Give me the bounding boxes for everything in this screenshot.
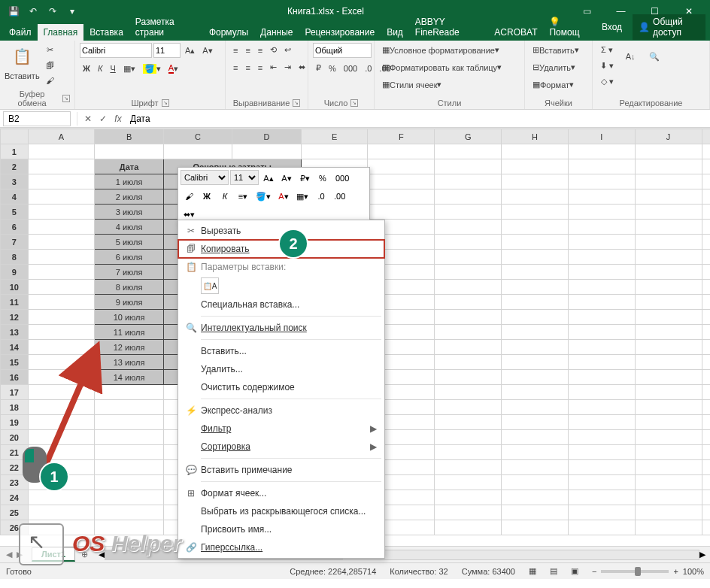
- fill-color-button[interactable]: 🪣▾: [140, 62, 164, 76]
- cell[interactable]: [368, 144, 435, 159]
- cell[interactable]: [502, 400, 569, 415]
- col-header[interactable]: C: [163, 129, 232, 144]
- cell[interactable]: [502, 220, 569, 235]
- ctx-format-cells[interactable]: ⊞Формат ячеек...: [178, 484, 384, 502]
- mini-size-combo[interactable]: 11: [230, 170, 259, 185]
- underline-button[interactable]: Ч: [107, 62, 118, 75]
- mini-format-painter-icon[interactable]: 🖌: [181, 188, 197, 205]
- row-header[interactable]: 17: [1, 385, 29, 400]
- col-header[interactable]: K: [702, 129, 710, 144]
- cell[interactable]: [702, 475, 710, 490]
- cell[interactable]: [502, 310, 569, 325]
- cell[interactable]: [95, 385, 163, 400]
- cell[interactable]: [635, 325, 702, 340]
- ctx-smart-lookup[interactable]: 🔍Интеллектуальный поиск: [178, 319, 384, 337]
- cell[interactable]: [568, 205, 635, 220]
- cell[interactable]: [95, 460, 163, 475]
- cell[interactable]: [28, 220, 95, 235]
- row-header[interactable]: 3: [1, 174, 29, 189]
- row-header[interactable]: 15: [1, 355, 29, 370]
- cell[interactable]: [702, 460, 710, 475]
- col-header[interactable]: I: [568, 129, 635, 144]
- cell[interactable]: [435, 415, 502, 430]
- cell[interactable]: [28, 159, 95, 174]
- cell[interactable]: [635, 295, 702, 310]
- cell[interactable]: [502, 430, 569, 445]
- cell[interactable]: [702, 144, 710, 159]
- cell[interactable]: [635, 460, 702, 475]
- cell[interactable]: [502, 250, 569, 265]
- tab-file[interactable]: Файл: [3, 24, 38, 41]
- cell[interactable]: [435, 445, 502, 460]
- cell[interactable]: [568, 220, 635, 235]
- cell[interactable]: [502, 235, 569, 250]
- mini-font-color-icon[interactable]: A▾: [275, 188, 292, 205]
- row-header[interactable]: 2: [1, 159, 29, 174]
- cell[interactable]: [702, 355, 710, 370]
- conditional-formatting-button[interactable]: ▦ Условное форматирование ▾: [379, 43, 502, 57]
- cell[interactable]: [502, 385, 569, 400]
- fx-icon[interactable]: fx: [111, 114, 126, 124]
- cell[interactable]: [28, 310, 95, 325]
- cell[interactable]: [435, 250, 502, 265]
- align-middle-icon[interactable]: ≡: [242, 44, 253, 57]
- row-header[interactable]: 7: [1, 235, 29, 250]
- cell[interactable]: [635, 205, 702, 220]
- cell[interactable]: [568, 159, 635, 174]
- cell[interactable]: [435, 310, 502, 325]
- cell[interactable]: [635, 220, 702, 235]
- cell[interactable]: [568, 415, 635, 430]
- cell[interactable]: [435, 505, 502, 520]
- cell[interactable]: [568, 460, 635, 475]
- cell[interactable]: [568, 189, 635, 205]
- col-header[interactable]: E: [301, 129, 368, 144]
- cell[interactable]: [502, 505, 569, 520]
- cell[interactable]: 8 июля: [95, 280, 163, 295]
- zoom-out-icon[interactable]: −: [592, 567, 596, 576]
- cell[interactable]: [635, 280, 702, 295]
- cell[interactable]: [301, 144, 368, 159]
- align-right-icon[interactable]: ≡: [255, 61, 265, 74]
- ctx-delete[interactable]: Удалить...: [178, 360, 384, 378]
- mini-grow-font-icon[interactable]: A▴: [260, 170, 277, 186]
- cell[interactable]: 9 июля: [95, 295, 163, 310]
- cell[interactable]: [435, 460, 502, 475]
- row-header[interactable]: 9: [1, 265, 29, 280]
- cell[interactable]: [28, 325, 95, 340]
- cell[interactable]: [435, 280, 502, 295]
- find-select-icon[interactable]: 🔍: [644, 43, 665, 70]
- align-bottom-icon[interactable]: ≡: [255, 44, 265, 57]
- ctx-hyperlink[interactable]: 🔗Гиперссылка...: [178, 538, 384, 556]
- cell[interactable]: [702, 415, 710, 430]
- name-box[interactable]: [3, 111, 71, 126]
- cell[interactable]: [28, 400, 95, 415]
- cell[interactable]: [702, 189, 710, 205]
- clear-icon[interactable]: ◇ ▾: [597, 74, 617, 89]
- cell[interactable]: [502, 189, 569, 205]
- cell[interactable]: [435, 325, 502, 340]
- cell[interactable]: [568, 430, 635, 445]
- cell[interactable]: [435, 295, 502, 310]
- cell[interactable]: [702, 265, 710, 280]
- cell[interactable]: [28, 205, 95, 220]
- cell[interactable]: [435, 430, 502, 445]
- cell[interactable]: [635, 189, 702, 205]
- cancel-formula-icon[interactable]: ✕: [80, 114, 96, 124]
- cell[interactable]: [568, 355, 635, 370]
- col-header[interactable]: G: [435, 129, 502, 144]
- cell[interactable]: [635, 235, 702, 250]
- align-left-icon[interactable]: ≡: [230, 61, 241, 74]
- cell[interactable]: [95, 144, 163, 159]
- copy-icon[interactable]: 🗐: [43, 59, 57, 72]
- cell[interactable]: [368, 189, 435, 205]
- cell[interactable]: [568, 505, 635, 520]
- col-header[interactable]: B: [95, 129, 163, 144]
- cell[interactable]: [635, 505, 702, 520]
- tab-layout[interactable]: Разметка страни: [129, 14, 203, 41]
- cell[interactable]: [635, 415, 702, 430]
- ctx-comment[interactable]: 💬Вставить примечание: [178, 461, 384, 479]
- cell[interactable]: [435, 174, 502, 189]
- mini-align-icon[interactable]: ≡▾: [235, 188, 251, 205]
- cell[interactable]: [702, 490, 710, 505]
- cell-styles-button[interactable]: ▦ Стили ячеек ▾: [379, 77, 445, 92]
